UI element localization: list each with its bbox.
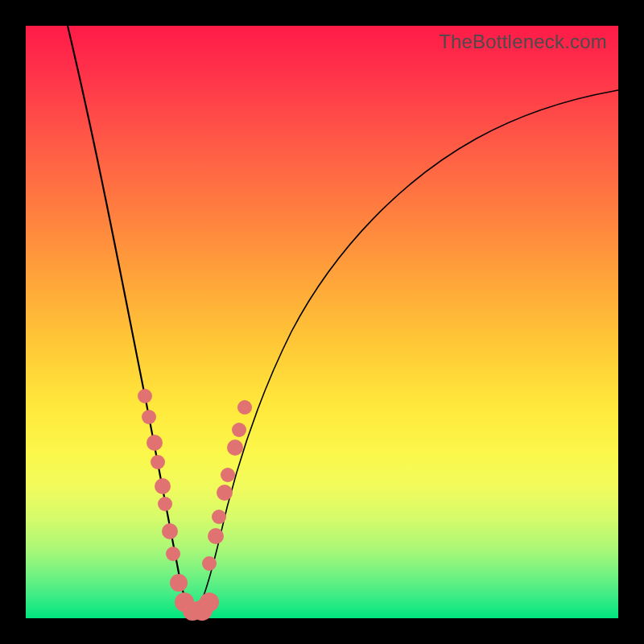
svg-point-2 bbox=[147, 435, 163, 451]
svg-point-12 bbox=[200, 592, 219, 612]
sample-dots bbox=[138, 389, 252, 621]
curve-left-branch bbox=[68, 26, 195, 613]
svg-point-6 bbox=[162, 523, 178, 539]
svg-point-19 bbox=[232, 423, 246, 437]
plot-area: TheBottleneck.com bbox=[26, 26, 618, 618]
svg-point-15 bbox=[212, 510, 226, 524]
svg-point-13 bbox=[202, 556, 217, 571]
svg-point-4 bbox=[155, 478, 171, 494]
svg-point-0 bbox=[138, 389, 152, 403]
svg-point-14 bbox=[208, 528, 224, 544]
svg-point-3 bbox=[151, 455, 165, 469]
svg-point-5 bbox=[158, 497, 172, 511]
svg-point-16 bbox=[217, 485, 233, 501]
svg-point-18 bbox=[227, 440, 243, 456]
svg-point-17 bbox=[221, 468, 235, 482]
svg-point-8 bbox=[170, 574, 188, 592]
curve-right-branch bbox=[195, 90, 618, 613]
svg-point-20 bbox=[237, 400, 252, 415]
svg-point-1 bbox=[142, 410, 156, 424]
chart-svg bbox=[26, 26, 618, 618]
chart-frame: TheBottleneck.com bbox=[0, 0, 644, 644]
svg-point-7 bbox=[166, 547, 180, 561]
